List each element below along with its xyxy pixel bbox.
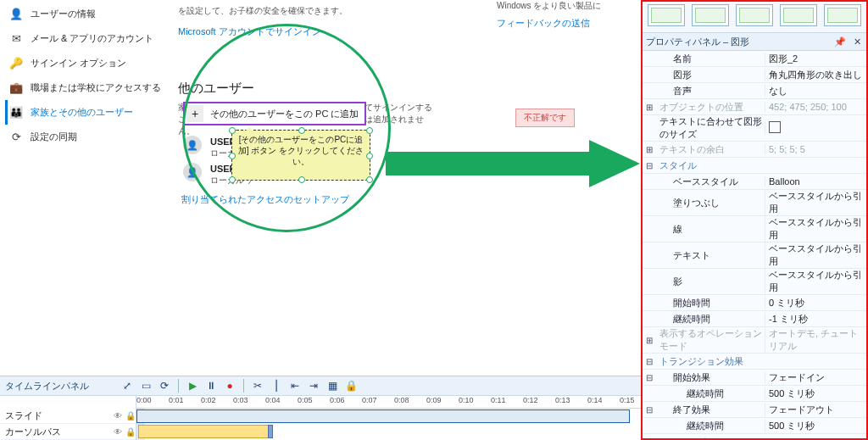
timeline-panel: タイムラインパネル ⤢ ▭ ⟳ ▶ ⏸ ● ✂ ⎮ ⇤ ⇥ ▦ 🔒	[0, 376, 641, 440]
nav-label: メール & アプリのアカウント	[31, 32, 153, 45]
user-icon: 👤	[10, 8, 22, 20]
briefcase-icon: 💼	[10, 82, 22, 94]
clip-cursor[interactable]	[138, 425, 271, 438]
property-grid[interactable]: 名前図形_2 図形角丸四角形の吹き出し 音声なし ⊞オブジェクトの位置452; …	[643, 51, 866, 438]
feedback-link[interactable]: フィードバックの送信	[497, 17, 624, 30]
refresh-icon[interactable]: ⟳	[158, 379, 171, 393]
avatar-icon: 👤	[183, 136, 202, 154]
lock-icon[interactable]: 🔒	[125, 411, 136, 421]
side-info: Windows をより良い製品に フィードバックの送信	[497, 0, 624, 30]
add-user-label: その他のユーザーをこの PC に追加	[210, 108, 359, 120]
zoom-fit-icon[interactable]: ⤢	[120, 379, 134, 393]
nav-label: 家族とその他のユーザー	[31, 106, 133, 119]
track-slide[interactable]: スライド 👁 🔒	[0, 408, 136, 424]
play-icon[interactable]: ▶	[186, 379, 199, 393]
lock-icon[interactable]: 🔒	[344, 379, 358, 393]
split-icon[interactable]: ⎮	[270, 379, 283, 393]
nav-label: 職場または学校にアクセスする	[31, 81, 161, 94]
eye-icon[interactable]: 👁	[114, 427, 122, 437]
time-ruler[interactable]: 0:00 0:01 0:02 0:03 0:04 0:05 0:06 0:07 …	[136, 396, 641, 409]
nav-label: 設定の同期	[31, 131, 77, 143]
family-icon: 👪	[10, 107, 22, 119]
clip-slide[interactable]	[136, 409, 630, 423]
align-left-icon[interactable]: ⇤	[288, 379, 302, 393]
settings-body: を設定して、お子様の安全を確保できます。 Microsoft アカウントでサイン…	[178, 0, 641, 376]
slide-thumbnail[interactable]	[780, 4, 817, 26]
nav-item-signin[interactable]: 🔑 サインイン オプション	[5, 51, 170, 75]
nav-label: サインイン オプション	[31, 57, 126, 70]
timeline-title: タイムラインパネル	[5, 380, 115, 393]
mail-icon: ✉	[10, 33, 22, 45]
balloon-text: [その他のユーザーをこのPCに追加] ボタン をクリックしてください。	[238, 135, 364, 166]
assigned-access-link[interactable]: 割り当てられたアクセスのセットアップ	[181, 193, 349, 206]
property-panel: プロパティパネル – 図形 📌 ✕ 名前図形_2 図形角丸四角形の吹き出し 音声…	[641, 0, 868, 440]
key-icon: 🔑	[10, 58, 22, 70]
slide-thumbnail[interactable]	[736, 4, 773, 26]
snap-icon[interactable]: ▭	[139, 379, 153, 393]
align-right-icon[interactable]: ⇥	[307, 379, 320, 393]
track-cursor[interactable]: カーソルパス 👁 🔒	[0, 424, 136, 440]
callout-balloon-shape[interactable]: [その他のユーザーをこのPCに追加] ボタン をクリックしてください。	[231, 130, 370, 181]
pause-icon[interactable]: ⏸	[204, 379, 218, 393]
nav-item-sync[interactable]: ⟳ 設定の同期	[5, 125, 170, 149]
nav-item-family[interactable]: 👪 家族とその他のユーザー	[5, 100, 170, 125]
incorrect-badge: 不正解です	[515, 109, 575, 127]
section-title: 他のユーザー	[178, 81, 632, 97]
clip-cursor-end[interactable]	[268, 425, 273, 438]
close-icon[interactable]: ✕	[851, 36, 863, 47]
side-title: Windows をより良い製品に	[497, 0, 624, 12]
editor-canvas[interactable]: 👤 ユーザーの情報 ✉ メール & アプリのアカウント 🔑 サインイン オプショ…	[0, 0, 641, 376]
slide-thumbnail[interactable]	[692, 4, 729, 26]
panel-title: プロパティパネル – 図形	[646, 36, 749, 48]
group-icon[interactable]: ▦	[326, 379, 339, 393]
avatar-icon: 👤	[183, 163, 202, 181]
fit-checkbox[interactable]	[769, 121, 781, 133]
plus-icon: +	[186, 105, 203, 122]
property-panel-title-bar[interactable]: プロパティパネル – 図形 📌 ✕	[643, 33, 866, 51]
settings-nav: 👤 ユーザーの情報 ✉ メール & アプリのアカウント 🔑 サインイン オプショ…	[0, 0, 170, 149]
cut-icon[interactable]: ✂	[251, 379, 264, 393]
timeline-header: タイムラインパネル ⤢ ▭ ⟳ ▶ ⏸ ● ✂ ⎮ ⇤ ⇥ ▦ 🔒	[0, 376, 641, 396]
nav-item-mail[interactable]: ✉ メール & アプリのアカウント	[5, 26, 170, 51]
nav-item-user-info[interactable]: 👤 ユーザーの情報	[5, 2, 170, 26]
eye-icon[interactable]: 👁	[114, 411, 122, 421]
track-labels: スライド 👁 🔒 カーソルパス 👁 🔒	[0, 396, 136, 440]
track-area[interactable]: 0:00 0:01 0:02 0:03 0:04 0:05 0:06 0:07 …	[136, 396, 641, 440]
nav-label: ユーザーの情報	[31, 8, 96, 20]
lock-icon[interactable]: 🔒	[125, 427, 136, 437]
nav-item-work[interactable]: 💼 職場または学校にアクセスする	[5, 75, 170, 100]
pin-icon[interactable]: 📌	[834, 36, 846, 47]
slide-thumbnail[interactable]	[648, 4, 685, 26]
slide-thumbnail-strip[interactable]	[643, 2, 866, 33]
record-icon[interactable]: ●	[223, 379, 236, 393]
sync-icon: ⟳	[10, 131, 22, 143]
add-other-user-button[interactable]: + その他のユーザーをこの PC に追加	[183, 102, 366, 125]
slide-thumbnail[interactable]	[824, 4, 861, 26]
